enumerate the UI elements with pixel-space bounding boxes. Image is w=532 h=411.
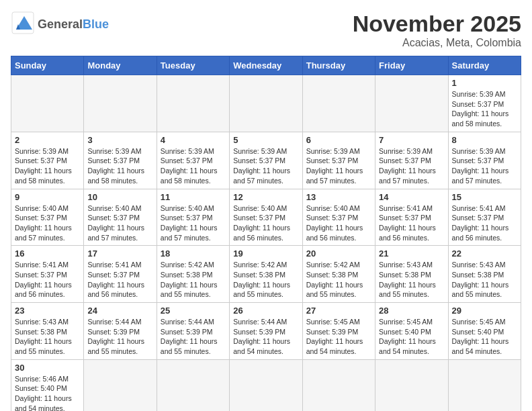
- day-number: 5: [233, 135, 298, 145]
- day-info: Sunrise: 5:41 AMSunset: 5:37 PMDaylight:…: [452, 203, 517, 243]
- day-number: 20: [306, 248, 371, 259]
- day-number: 27: [306, 306, 371, 316]
- day-number: 4: [161, 135, 226, 145]
- weekday-header: Saturday: [448, 56, 521, 75]
- calendar-cell: [84, 359, 157, 411]
- location: Acacias, Meta, Colombia: [353, 37, 521, 49]
- weekday-header: Friday: [375, 56, 448, 75]
- weekday-header: Thursday: [302, 56, 375, 75]
- day-info: Sunrise: 5:39 AMSunset: 5:37 PMDaylight:…: [452, 146, 517, 186]
- day-info: Sunrise: 5:45 AMSunset: 5:39 PMDaylight:…: [306, 317, 371, 357]
- day-number: 6: [306, 135, 371, 145]
- day-info: Sunrise: 5:42 AMSunset: 5:38 PMDaylight:…: [161, 260, 226, 300]
- day-info: Sunrise: 5:41 AMSunset: 5:37 PMDaylight:…: [15, 260, 80, 300]
- day-info: Sunrise: 5:39 AMSunset: 5:37 PMDaylight:…: [15, 146, 80, 186]
- logo: GeneralBlue: [11, 11, 109, 38]
- day-number: 23: [15, 306, 80, 316]
- day-info: Sunrise: 5:40 AMSunset: 5:37 PMDaylight:…: [233, 203, 298, 243]
- calendar-cell: 8Sunrise: 5:39 AMSunset: 5:37 PMDaylight…: [448, 132, 521, 189]
- calendar-cell: [302, 75, 375, 132]
- calendar-week-row: 2Sunrise: 5:39 AMSunset: 5:37 PMDaylight…: [11, 132, 521, 189]
- day-number: 7: [379, 135, 444, 145]
- day-info: Sunrise: 5:42 AMSunset: 5:38 PMDaylight:…: [306, 260, 371, 300]
- calendar-cell: 1Sunrise: 5:39 AMSunset: 5:37 PMDaylight…: [448, 75, 521, 132]
- calendar-cell: 10Sunrise: 5:40 AMSunset: 5:37 PMDayligh…: [84, 189, 157, 246]
- calendar-cell: 13Sunrise: 5:40 AMSunset: 5:37 PMDayligh…: [302, 189, 375, 246]
- day-number: 24: [87, 306, 152, 316]
- calendar-cell: [11, 75, 84, 132]
- day-number: 25: [161, 306, 226, 316]
- calendar-cell: 23Sunrise: 5:43 AMSunset: 5:38 PMDayligh…: [11, 303, 84, 360]
- title-block: November 2025 Acacias, Meta, Colombia: [353, 11, 521, 49]
- calendar-cell: 6Sunrise: 5:39 AMSunset: 5:37 PMDaylight…: [302, 132, 375, 189]
- calendar-cell: 18Sunrise: 5:42 AMSunset: 5:38 PMDayligh…: [157, 246, 229, 303]
- day-info: Sunrise: 5:39 AMSunset: 5:37 PMDaylight:…: [379, 146, 444, 186]
- calendar-cell: 2Sunrise: 5:39 AMSunset: 5:37 PMDaylight…: [11, 132, 84, 189]
- calendar-week-row: 23Sunrise: 5:43 AMSunset: 5:38 PMDayligh…: [11, 303, 521, 360]
- day-info: Sunrise: 5:40 AMSunset: 5:37 PMDaylight:…: [15, 203, 80, 243]
- calendar-cell: 7Sunrise: 5:39 AMSunset: 5:37 PMDaylight…: [375, 132, 448, 189]
- day-info: Sunrise: 5:43 AMSunset: 5:38 PMDaylight:…: [15, 317, 80, 357]
- weekday-header: Tuesday: [157, 56, 229, 75]
- day-info: Sunrise: 5:42 AMSunset: 5:38 PMDaylight:…: [233, 260, 298, 300]
- day-number: 9: [15, 192, 80, 202]
- calendar-cell: [230, 75, 302, 132]
- calendar-cell: 19Sunrise: 5:42 AMSunset: 5:38 PMDayligh…: [230, 246, 302, 303]
- weekday-header-row: SundayMondayTuesdayWednesdayThursdayFrid…: [11, 56, 521, 75]
- calendar-cell: 4Sunrise: 5:39 AMSunset: 5:37 PMDaylight…: [157, 132, 229, 189]
- calendar-cell: 16Sunrise: 5:41 AMSunset: 5:37 PMDayligh…: [11, 246, 84, 303]
- day-number: 11: [161, 192, 226, 202]
- calendar-cell: 12Sunrise: 5:40 AMSunset: 5:37 PMDayligh…: [230, 189, 302, 246]
- calendar-cell: 15Sunrise: 5:41 AMSunset: 5:37 PMDayligh…: [448, 189, 521, 246]
- calendar-cell: [157, 75, 229, 132]
- day-info: Sunrise: 5:39 AMSunset: 5:37 PMDaylight:…: [161, 146, 226, 186]
- calendar-cell: 17Sunrise: 5:41 AMSunset: 5:37 PMDayligh…: [84, 246, 157, 303]
- calendar-cell: [375, 75, 448, 132]
- calendar-cell: 27Sunrise: 5:45 AMSunset: 5:39 PMDayligh…: [302, 303, 375, 360]
- day-number: 29: [452, 306, 517, 316]
- day-number: 21: [379, 248, 444, 259]
- day-number: 19: [233, 248, 298, 259]
- weekday-header: Monday: [84, 56, 157, 75]
- calendar-cell: [302, 359, 375, 411]
- calendar-cell: 24Sunrise: 5:44 AMSunset: 5:39 PMDayligh…: [84, 303, 157, 360]
- day-number: 2: [15, 135, 80, 145]
- day-number: 8: [452, 135, 517, 145]
- calendar-cell: [84, 75, 157, 132]
- day-number: 15: [452, 192, 517, 202]
- calendar-cell: 5Sunrise: 5:39 AMSunset: 5:37 PMDaylight…: [230, 132, 302, 189]
- calendar-cell: 3Sunrise: 5:39 AMSunset: 5:37 PMDaylight…: [84, 132, 157, 189]
- day-number: 13: [306, 192, 371, 202]
- calendar-cell: 25Sunrise: 5:44 AMSunset: 5:39 PMDayligh…: [157, 303, 229, 360]
- calendar-cell: [157, 359, 229, 411]
- weekday-header: Wednesday: [230, 56, 302, 75]
- day-info: Sunrise: 5:45 AMSunset: 5:40 PMDaylight:…: [452, 317, 517, 357]
- day-number: 28: [379, 306, 444, 316]
- calendar-cell: 29Sunrise: 5:45 AMSunset: 5:40 PMDayligh…: [448, 303, 521, 360]
- weekday-header: Sunday: [11, 56, 84, 75]
- day-number: 14: [379, 192, 444, 202]
- logo-icon: [11, 11, 35, 38]
- day-info: Sunrise: 5:43 AMSunset: 5:38 PMDaylight:…: [452, 260, 517, 300]
- calendar-cell: 20Sunrise: 5:42 AMSunset: 5:38 PMDayligh…: [302, 246, 375, 303]
- day-number: 10: [87, 192, 152, 202]
- page-header: GeneralBlue November 2025 Acacias, Meta,…: [11, 11, 521, 49]
- calendar-week-row: 9Sunrise: 5:40 AMSunset: 5:37 PMDaylight…: [11, 189, 521, 246]
- day-info: Sunrise: 5:44 AMSunset: 5:39 PMDaylight:…: [233, 317, 298, 357]
- day-info: Sunrise: 5:46 AMSunset: 5:40 PMDaylight:…: [15, 374, 80, 411]
- day-number: 16: [15, 248, 80, 259]
- month-title: November 2025: [353, 11, 521, 37]
- calendar-cell: 14Sunrise: 5:41 AMSunset: 5:37 PMDayligh…: [375, 189, 448, 246]
- calendar-cell: 26Sunrise: 5:44 AMSunset: 5:39 PMDayligh…: [230, 303, 302, 360]
- calendar-table: SundayMondayTuesdayWednesdayThursdayFrid…: [11, 56, 521, 411]
- day-info: Sunrise: 5:44 AMSunset: 5:39 PMDaylight:…: [161, 317, 226, 357]
- calendar-cell: [230, 359, 302, 411]
- day-info: Sunrise: 5:41 AMSunset: 5:37 PMDaylight:…: [87, 260, 152, 300]
- day-info: Sunrise: 5:43 AMSunset: 5:38 PMDaylight:…: [379, 260, 444, 300]
- calendar-cell: 9Sunrise: 5:40 AMSunset: 5:37 PMDaylight…: [11, 189, 84, 246]
- calendar-cell: 21Sunrise: 5:43 AMSunset: 5:38 PMDayligh…: [375, 246, 448, 303]
- calendar-cell: 30Sunrise: 5:46 AMSunset: 5:40 PMDayligh…: [11, 359, 84, 411]
- day-info: Sunrise: 5:39 AMSunset: 5:37 PMDaylight:…: [306, 146, 371, 186]
- day-info: Sunrise: 5:39 AMSunset: 5:37 PMDaylight:…: [452, 89, 517, 129]
- day-number: 1: [452, 78, 517, 88]
